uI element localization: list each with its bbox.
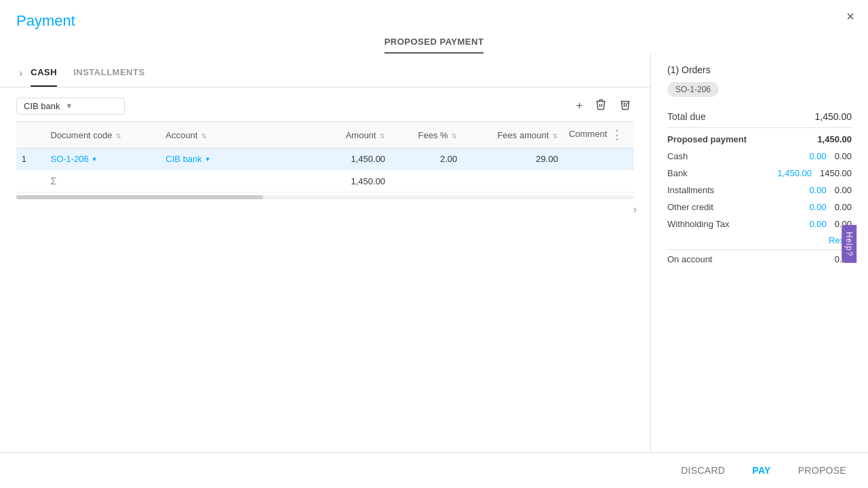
fees-pct-sort-icon: ⇅ (452, 133, 457, 140)
pay-button[interactable]: PAY (747, 461, 776, 480)
other-credit-values: 0.00 0.00 (809, 202, 852, 212)
cash-row: Cash 0.00 0.00 (667, 148, 852, 165)
doc-code-chevron-icon: ▼ (92, 156, 98, 163)
modal-body: › CASH INSTALLMENTS CIB bank ▼ + (0, 54, 868, 452)
col-header-account[interactable]: Account ⇅ (160, 122, 304, 148)
on-account-row: On account 0.00 (667, 249, 852, 268)
orders-section: (1) Orders SO-1-206 (667, 64, 852, 97)
account-cell[interactable]: CIB bank ▼ (160, 148, 304, 170)
sum-sigma-cell: Σ (45, 170, 160, 192)
installments-blue-value: 0.00 (809, 185, 826, 195)
delete-row-button[interactable] (592, 96, 610, 116)
reset-link[interactable]: Reset (667, 235, 852, 245)
installments-values: 0.00 0.00 (809, 185, 852, 195)
help-tab[interactable]: Help? (842, 225, 856, 263)
table-controls: CIB bank ▼ + (0, 87, 650, 121)
tab-installments[interactable]: INSTALLMENTS (73, 59, 144, 87)
bank-select-value: CIB bank (24, 101, 60, 111)
orders-title: (1) Orders (667, 64, 852, 75)
proposed-payment-label: Proposed payment (667, 134, 747, 144)
doc-code-cell[interactable]: SO-1-206 ▼ (45, 148, 160, 170)
sum-account-cell (160, 170, 304, 192)
table-header-row: Document code ⇅ Account ⇅ Amount ⇅ Fee (16, 122, 634, 148)
amount-sort-icon: ⇅ (380, 133, 385, 140)
right-nav-chevron[interactable]: › (631, 203, 639, 216)
payment-modal: Payment × PROPOSED PAYMENT › CASH INSTAL… (0, 0, 868, 488)
modal-header: Payment × (0, 0, 868, 30)
close-button[interactable]: × (846, 9, 854, 23)
other-credit-label: Other credit (667, 202, 713, 212)
bank-row: Bank 1,450.00 1450.00 (667, 165, 852, 182)
col-header-fees-amount[interactable]: Fees amount ⇅ (462, 122, 564, 148)
total-due-value: 1,450.00 (815, 111, 852, 122)
account-select[interactable]: CIB bank ▼ (165, 154, 298, 164)
col-header-doccode[interactable]: Document code ⇅ (45, 122, 160, 148)
on-account-label: On account (667, 254, 713, 264)
row-num-cell: 1 (16, 148, 45, 170)
more-columns-button[interactable]: ⋮ (610, 127, 625, 142)
withholding-tax-row: Withholding Tax 0.00 0.00 (667, 216, 852, 232)
discard-button[interactable]: DISCARD (675, 461, 730, 480)
installments-plain-value: 0.00 (835, 185, 852, 195)
right-nav-area: › (0, 199, 650, 216)
bank-blue-value: 1,450.00 (777, 168, 812, 178)
table-action-icons: + (574, 96, 634, 116)
summary-section: Total due 1,450.00 Proposed payment 1,45… (667, 108, 852, 441)
bank-values: 1,450.00 1450.00 (777, 168, 852, 178)
right-panel: (1) Orders SO-1-206 Total due 1,450.00 P… (651, 54, 868, 452)
doccode-sort-icon: ⇅ (116, 133, 121, 140)
tabs-row: › CASH INSTALLMENTS (0, 59, 650, 87)
total-due-row: Total due 1,450.00 (667, 108, 852, 128)
amount-cell[interactable]: 1,450.00 (304, 148, 391, 170)
account-sort-icon: ⇅ (201, 133, 207, 140)
installments-row: Installments 0.00 0.00 (667, 182, 852, 199)
modal-title: Payment (16, 12, 75, 30)
table-row: 1 SO-1-206 ▼ CIB bank ▼ (16, 148, 634, 170)
footer-actions: DISCARD PAY PROPOSE (0, 452, 868, 488)
withholding-tax-blue-value: 0.00 (809, 219, 826, 229)
sum-row: Σ 1,450.00 (16, 170, 634, 192)
col-header-comment: Comment ⋮ (564, 122, 634, 148)
left-nav-chevron[interactable]: › (16, 67, 25, 79)
cash-plain-value: 0.00 (835, 151, 852, 161)
proposed-payment-row: Proposed payment 1,450.00 (667, 131, 852, 148)
tab-cash[interactable]: CASH (31, 59, 57, 87)
bank-plain-value: 1450.00 (820, 168, 852, 178)
sum-amount-cell: 1,450.00 (304, 170, 391, 192)
reset-area: Reset (667, 235, 852, 245)
bank-select-chevron-icon: ▼ (65, 102, 73, 110)
col-header-rownum (16, 122, 45, 148)
doc-code-link[interactable]: SO-1-206 ▼ (50, 154, 155, 164)
other-credit-blue-value: 0.00 (809, 202, 826, 212)
col-header-amount[interactable]: Amount ⇅ (304, 122, 391, 148)
payment-table: Document code ⇅ Account ⇅ Amount ⇅ Fee (16, 121, 634, 192)
cash-blue-value: 0.00 (809, 151, 826, 161)
fees-amount-sort-icon: ⇅ (553, 133, 558, 140)
proposed-payment-value: 1,450.00 (817, 134, 852, 144)
order-badge[interactable]: SO-1-206 (667, 82, 719, 97)
cash-label: Cash (667, 151, 688, 161)
delete-all-button[interactable] (616, 96, 634, 116)
bank-label: Bank (667, 168, 688, 178)
installments-label: Installments (667, 185, 714, 195)
add-row-button[interactable]: + (574, 97, 585, 115)
withholding-tax-label: Withholding Tax (667, 219, 730, 229)
sum-label-cell (16, 170, 45, 192)
proposed-payment-tab[interactable]: PROPOSED PAYMENT (384, 37, 484, 54)
left-panel: › CASH INSTALLMENTS CIB bank ▼ + (0, 54, 651, 452)
proposed-payment-tab-area: PROPOSED PAYMENT (0, 37, 868, 54)
bank-select[interactable]: CIB bank ▼ (16, 98, 125, 115)
total-due-label: Total due (667, 111, 706, 122)
comment-cell[interactable] (564, 148, 634, 170)
fees-amount-cell[interactable]: 29.00 (462, 148, 564, 170)
propose-button[interactable]: PROPOSE (793, 461, 852, 480)
account-chevron-icon: ▼ (205, 156, 211, 163)
cash-values: 0.00 0.00 (809, 151, 852, 161)
other-credit-plain-value: 0.00 (835, 202, 852, 212)
col-header-fees-pct[interactable]: Fees % ⇅ (391, 122, 462, 148)
other-credit-row: Other credit 0.00 0.00 (667, 199, 852, 216)
fees-pct-cell[interactable]: 2.00 (391, 148, 462, 170)
